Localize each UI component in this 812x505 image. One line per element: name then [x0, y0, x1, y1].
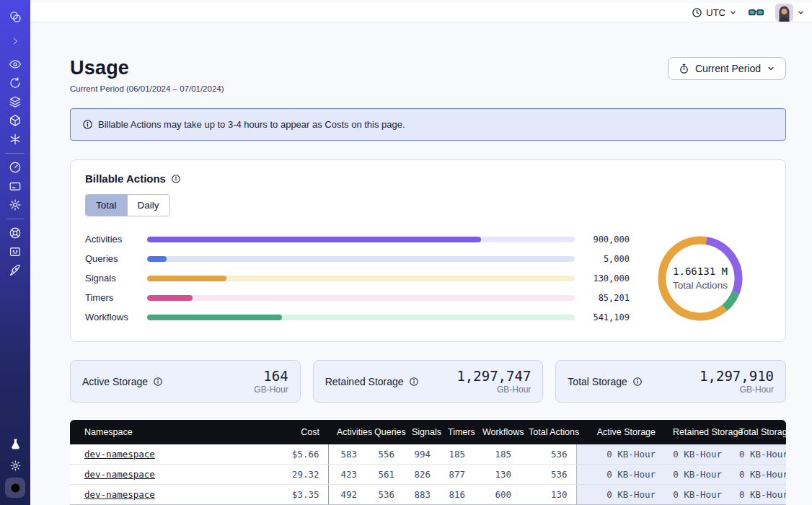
rocket-icon[interactable]	[5, 261, 25, 280]
storage-cards: Active Storage 164 GB-Hour Retained Stor…	[70, 360, 786, 403]
storage-card-value: 164	[254, 368, 288, 384]
storage-card-label: Retained Storage	[325, 376, 404, 387]
timezone-label: UTC	[706, 7, 725, 18]
bar-fill	[147, 295, 193, 301]
bar-row-signals: Signals130,000	[85, 268, 630, 288]
table-row: dev-namespace29.324235618268771305360 KB…	[70, 465, 786, 485]
cell-signals: 826	[403, 465, 439, 485]
bar-fill	[147, 237, 481, 242]
cell-activities: 583	[328, 444, 366, 465]
bar-track	[147, 256, 575, 262]
cell-retained-storage: 0 KB-Hour	[664, 444, 731, 465]
asterisk-icon[interactable]	[5, 130, 25, 149]
bar-label: Signals	[85, 273, 136, 284]
cell-active-storage: 0 KB-Hour	[576, 444, 664, 465]
cell-signals: 994	[403, 444, 439, 465]
bar-fill	[147, 315, 282, 320]
total-daily-toggle: Total Daily	[85, 194, 170, 216]
cell-total-storage: 0 KB-Hour	[731, 444, 786, 465]
donut-total-label: Total Actions	[673, 280, 728, 291]
glasses-icon[interactable]	[749, 7, 764, 18]
cell-workflows: 600	[474, 485, 520, 505]
bar-row-workflows: Workflows541,109	[85, 307, 630, 327]
sidebar-divider	[6, 153, 25, 154]
account-menu[interactable]	[775, 4, 805, 22]
storage-card-value: 1,297,747	[456, 368, 531, 384]
stopwatch-icon	[679, 63, 689, 74]
col-header-timers: Timers	[439, 420, 474, 444]
col-header-total-actions: Total Actions	[520, 420, 576, 444]
retained-storage-card: Retained Storage 1,297,747 GB-Hour	[313, 360, 544, 403]
billable-actions-title: Billable Actions	[85, 172, 166, 185]
sun-icon[interactable]	[5, 456, 25, 475]
storage-card-label: Active Storage	[82, 376, 148, 387]
cell-namespace: dev-namespace	[70, 444, 259, 465]
bar-value: 900,000	[583, 234, 630, 245]
namespace-link[interactable]: dev-namespace	[84, 469, 155, 480]
sidebar	[0, 0, 30, 505]
tab-total[interactable]: Total	[86, 195, 127, 216]
storage-card-label: Total Storage	[568, 376, 627, 387]
bar-label: Timers	[85, 292, 136, 303]
cell-total-actions: 536	[520, 465, 576, 485]
cell-total-storage: 0 KB-Hour	[731, 485, 786, 505]
period-dropdown-button[interactable]: Current Period	[668, 57, 786, 80]
sidebar-bottom-group	[5, 434, 25, 498]
storage-card-unit: GB-Hour	[700, 385, 774, 395]
flask-icon[interactable]	[5, 434, 25, 453]
cell-queries: 556	[366, 444, 403, 465]
info-banner-text: Billable Actions may take up to 3-4 hour…	[98, 119, 405, 130]
dollar-coin-icon[interactable]	[5, 478, 25, 498]
bar-row-activities: Activities900,000	[85, 229, 630, 249]
bar-row-timers: Timers85,201	[85, 288, 630, 307]
cell-timers: 816	[439, 485, 474, 505]
usage-table: NamespaceCostActivitiesQueriesSignalsTim…	[70, 420, 786, 505]
chevron-down-icon	[729, 9, 737, 17]
content: Usage Current Period (06/01/2024 – 07/01…	[30, 22, 812, 505]
page-title: Usage	[70, 57, 224, 79]
bar-track	[147, 276, 575, 281]
info-icon[interactable]	[171, 174, 181, 184]
cell-queries: 536	[366, 485, 403, 505]
cell-namespace: dev-namespace	[70, 485, 259, 505]
sidebar-divider	[6, 219, 25, 219]
lifebuoy-icon[interactable]	[5, 224, 25, 242]
tab-daily[interactable]: Daily	[127, 195, 169, 216]
cell-activities: 423	[328, 465, 366, 485]
namespace-link[interactable]: dev-namespace	[84, 449, 155, 460]
page-subtitle: Current Period (06/01/2024 – 07/01/2024)	[70, 84, 224, 93]
cell-retained-storage: 0 KB-Hour	[664, 465, 731, 485]
cell-cost: 29.32	[259, 465, 328, 485]
info-icon[interactable]	[632, 377, 643, 387]
eye-icon[interactable]	[5, 55, 25, 74]
gear-icon[interactable]	[5, 196, 25, 214]
temporal-logo-icon[interactable]	[5, 7, 25, 26]
cell-signals: 883	[403, 485, 439, 505]
table-row: dev-namespace$5.665835569941851855360 KB…	[70, 444, 786, 465]
bar-track	[147, 315, 575, 320]
col-header-namespace: Namespace	[70, 420, 259, 444]
bar-value: 541,109	[583, 312, 630, 322]
bar-fill	[147, 276, 226, 281]
namespace-link[interactable]: dev-namespace	[84, 489, 155, 500]
gauge-icon[interactable]	[5, 158, 25, 177]
bar-track	[147, 237, 575, 242]
credit-card-icon[interactable]	[5, 177, 25, 196]
bar-fill	[147, 256, 167, 262]
info-icon[interactable]	[409, 377, 419, 387]
monitor-icon[interactable]	[5, 242, 25, 261]
info-icon[interactable]	[153, 377, 163, 387]
cell-activities: 492	[328, 485, 366, 505]
cell-total-actions: 536	[520, 444, 576, 465]
chevron-right-icon[interactable]	[5, 32, 25, 50]
bar-track	[147, 295, 575, 301]
cell-retained-storage: 0 KB-Hour	[664, 485, 731, 505]
avatar[interactable]	[775, 4, 793, 22]
col-header-activities: Activities	[328, 420, 366, 444]
history-icon[interactable]	[5, 74, 25, 92]
cell-active-storage: 0 KB-Hour	[576, 465, 664, 485]
cube-icon[interactable]	[5, 111, 25, 130]
layers-icon[interactable]	[5, 92, 25, 111]
timezone-selector[interactable]: UTC	[692, 7, 737, 18]
col-header-active-storage: Active Storage	[576, 420, 664, 444]
